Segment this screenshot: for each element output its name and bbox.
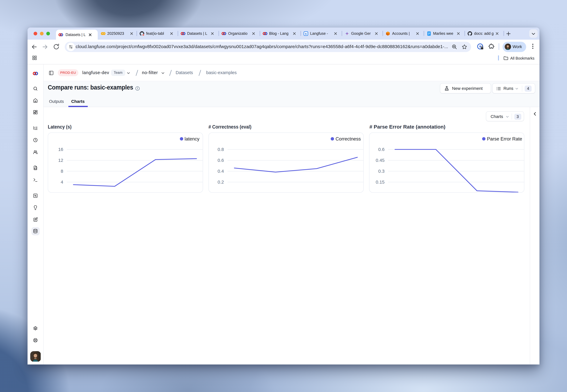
svg-text:0.2: 0.2 bbox=[217, 180, 224, 184]
svg-text:Correctness: Correctness bbox=[335, 136, 361, 141]
svg-text:6: 6 bbox=[305, 32, 307, 35]
svg-text:0.6: 0.6 bbox=[217, 158, 224, 163]
svg-text:0.8: 0.8 bbox=[217, 147, 224, 152]
svg-text:8: 8 bbox=[60, 169, 63, 174]
svg-text:Parse Error Rate: Parse Error Rate bbox=[487, 136, 522, 141]
svg-text:latency: latency bbox=[184, 136, 199, 141]
svg-text:0.3: 0.3 bbox=[378, 169, 384, 174]
svg-text:12: 12 bbox=[58, 158, 63, 163]
svg-text:0.4: 0.4 bbox=[217, 169, 224, 174]
svg-text:0.45: 0.45 bbox=[376, 158, 384, 163]
svg-text:0.6: 0.6 bbox=[378, 147, 384, 152]
svg-text:0.15: 0.15 bbox=[376, 180, 384, 184]
svg-text:4: 4 bbox=[60, 180, 63, 184]
svg-text:16: 16 bbox=[58, 147, 63, 152]
